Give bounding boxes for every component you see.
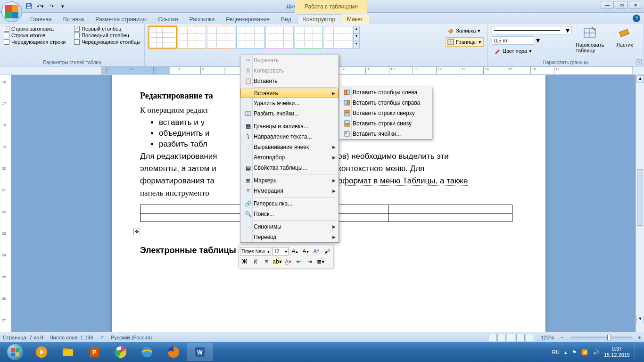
vertical-ruler[interactable]: 161718192021222324252627 bbox=[0, 75, 11, 342]
redo-icon[interactable]: ↷ bbox=[47, 2, 56, 10]
qat-customize-icon[interactable]: ▾ bbox=[58, 2, 67, 10]
pen-style-select[interactable]: ▾ bbox=[492, 26, 572, 34]
chk-total-row[interactable]: Строка итогов bbox=[4, 33, 66, 38]
tab-layout[interactable]: Макет bbox=[341, 15, 369, 24]
chk-banded-cols[interactable]: Чередующиеся столбцы bbox=[74, 39, 140, 45]
chk-first-col[interactable]: Первый столбец bbox=[74, 26, 140, 32]
tab-home[interactable]: Главная bbox=[25, 15, 58, 24]
mini-size-select[interactable]: 12▾ bbox=[272, 247, 289, 255]
decrease-indent-icon[interactable]: ⇤ bbox=[294, 257, 304, 266]
task-word[interactable]: W bbox=[187, 343, 213, 361]
status-language[interactable]: Русский (Россия) bbox=[111, 335, 152, 340]
increase-indent-icon[interactable]: ⇥ bbox=[305, 257, 314, 266]
tray-network-icon[interactable]: 📶 bbox=[581, 349, 588, 355]
ctx-copy[interactable]: ⎘Копировать bbox=[240, 66, 339, 76]
task-powerpoint[interactable]: P bbox=[81, 343, 107, 361]
view-full-screen[interactable] bbox=[497, 334, 506, 341]
ctx-split-cells[interactable]: Разбить ячейки... bbox=[240, 108, 339, 119]
view-outline[interactable] bbox=[516, 334, 525, 341]
table-style-3[interactable] bbox=[207, 26, 235, 49]
status-proofing-icon[interactable]: ✓ bbox=[100, 334, 104, 340]
styles-icon[interactable]: Aᵃ bbox=[312, 247, 321, 256]
maximize-button[interactable]: ▭ bbox=[615, 1, 628, 8]
ctx-text-direction[interactable]: ⤵Направление текста... bbox=[240, 132, 339, 142]
italic-icon[interactable]: К bbox=[251, 257, 260, 266]
center-icon[interactable]: ≡ bbox=[262, 257, 271, 266]
view-draft[interactable] bbox=[526, 334, 534, 341]
scroll-thumb[interactable] bbox=[637, 169, 643, 226]
chk-banded-rows[interactable]: Чередующиеся строки bbox=[4, 39, 66, 45]
highlight-icon[interactable]: ab▾ bbox=[272, 257, 282, 266]
ctx-insert-cells[interactable]: Вставить ячейки... bbox=[339, 129, 432, 139]
zoom-slider[interactable] bbox=[570, 337, 632, 338]
ctx-translate[interactable]: Перевод▶ bbox=[240, 232, 339, 242]
undo-icon[interactable]: ↶▾ bbox=[36, 2, 44, 10]
ctx-table-properties[interactable]: ▤Свойства таблицы... bbox=[240, 163, 339, 173]
zoom-in-icon[interactable]: + bbox=[638, 335, 641, 340]
scroll-down-icon[interactable]: ▼ bbox=[636, 316, 644, 323]
borders-button[interactable]: Границы ▾ bbox=[445, 37, 484, 47]
grow-font-icon[interactable]: A▴ bbox=[290, 247, 299, 256]
status-page[interactable]: Страница: 7 из 9 bbox=[3, 335, 43, 340]
chk-header-row[interactable]: Строка заголовка bbox=[4, 26, 66, 32]
task-ie[interactable] bbox=[134, 343, 160, 361]
view-web-layout[interactable] bbox=[507, 334, 515, 341]
status-words[interactable]: Число слов: 1 196 bbox=[50, 335, 93, 340]
format-painter-icon[interactable]: 🖌 bbox=[322, 247, 332, 256]
ctx-hyperlink[interactable]: 🔗Гиперссылка... bbox=[240, 198, 339, 209]
start-button[interactable] bbox=[2, 343, 28, 361]
table-style-scroll[interactable]: ▴▾▾ bbox=[353, 26, 360, 49]
table-style-4[interactable] bbox=[236, 26, 264, 49]
tray-volume-icon[interactable]: 🔊 bbox=[593, 349, 599, 355]
tab-view[interactable]: Вид bbox=[275, 15, 297, 24]
help-icon[interactable]: ? bbox=[633, 15, 640, 22]
close-button[interactable]: ✕ bbox=[629, 1, 642, 8]
ctx-lookup[interactable]: 🔍Поиск... bbox=[240, 209, 339, 219]
tray-show-hidden-icon[interactable]: ▴ bbox=[564, 349, 567, 355]
task-chrome[interactable] bbox=[107, 343, 134, 361]
task-media-player[interactable] bbox=[28, 343, 55, 361]
table-style-2[interactable] bbox=[178, 26, 206, 49]
tab-review[interactable]: Рецензирование bbox=[220, 15, 275, 24]
view-print-layout[interactable] bbox=[488, 334, 496, 341]
tab-mailings[interactable]: Рассылки bbox=[183, 15, 220, 24]
tray-clock[interactable]: 0:3715.12.2015 bbox=[604, 346, 630, 358]
shading-button[interactable]: Заливка ▾ bbox=[445, 26, 484, 35]
tab-page-layout[interactable]: Разметка страницы bbox=[90, 15, 152, 24]
vertical-scrollbar[interactable]: ▲ ▼ bbox=[636, 75, 644, 342]
task-explorer[interactable] bbox=[55, 343, 81, 361]
task-firefox[interactable] bbox=[160, 343, 187, 361]
ctx-borders-fill[interactable]: ▦Границы и заливка... bbox=[240, 121, 339, 132]
bullets-icon[interactable]: ≣▾ bbox=[316, 257, 325, 266]
ctx-insert[interactable]: Вставить▶ bbox=[240, 89, 339, 98]
zoom-out-icon[interactable]: − bbox=[561, 335, 563, 340]
tab-references[interactable]: Ссылки bbox=[152, 15, 183, 24]
ctx-insert-cols-right[interactable]: Вставить столбцы справа bbox=[339, 98, 432, 108]
pen-color-button[interactable]: Цвет пера ▾ bbox=[492, 46, 572, 56]
eraser-button[interactable]: Ластик bbox=[610, 26, 640, 48]
shrink-font-icon[interactable]: A▾ bbox=[301, 247, 310, 256]
tray-language[interactable]: RU bbox=[552, 349, 560, 355]
ctx-synonyms[interactable]: Синонимы▶ bbox=[240, 222, 339, 232]
table-style-5[interactable] bbox=[265, 26, 294, 49]
zoom-level[interactable]: 120% bbox=[541, 335, 554, 340]
chk-last-col[interactable]: Последний столбец bbox=[74, 33, 140, 38]
table-style-6[interactable] bbox=[295, 26, 323, 49]
table-style-1[interactable] bbox=[149, 26, 177, 49]
pen-weight-input[interactable] bbox=[492, 36, 534, 45]
ctx-autofit[interactable]: Автоподбор▶ bbox=[240, 152, 339, 163]
ctx-cell-alignment[interactable]: Выравнивание ячеек▶ bbox=[240, 142, 339, 152]
show-desktop-button[interactable] bbox=[635, 343, 639, 361]
minimize-button[interactable]: — bbox=[601, 1, 614, 8]
ctx-insert-rows-above[interactable]: Вставить строки сверху bbox=[339, 108, 432, 118]
mini-font-select[interactable]: Times New▾ bbox=[240, 247, 271, 255]
save-icon[interactable] bbox=[25, 2, 33, 10]
ctx-delete-cells[interactable]: Удалить ячейки... bbox=[240, 98, 339, 108]
ctx-insert-rows-below[interactable]: Вставить строки снизу bbox=[339, 118, 432, 129]
tray-flag-icon[interactable]: ⚑ bbox=[572, 349, 577, 355]
font-color-icon[interactable]: A▾ bbox=[283, 257, 293, 266]
tab-insert[interactable]: Вставка bbox=[58, 15, 90, 24]
table-move-handle[interactable]: ✥ bbox=[133, 229, 140, 235]
tab-design[interactable]: Конструктор bbox=[297, 14, 341, 24]
ctx-cut[interactable]: ✂Вырезать bbox=[240, 55, 339, 66]
